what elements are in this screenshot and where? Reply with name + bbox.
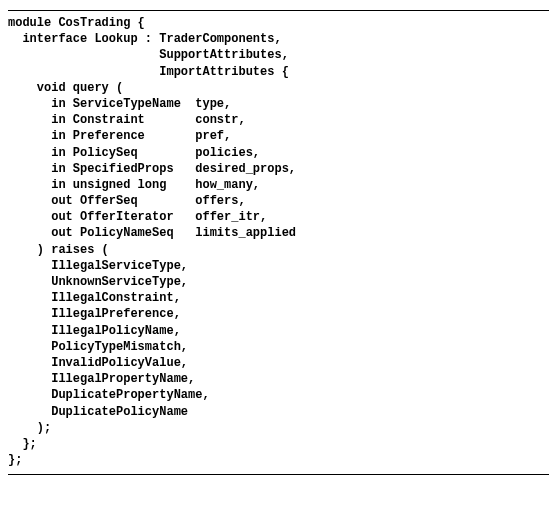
code-line: }; [8, 437, 37, 451]
code-line: IllegalConstraint, [8, 291, 181, 305]
code-listing-page: module CosTrading { interface Lookup : T… [0, 0, 557, 481]
code-line: out OfferSeq offers, [8, 194, 246, 208]
top-rule [8, 10, 549, 11]
code-line: in ServiceTypeName type, [8, 97, 231, 111]
code-line: out PolicyNameSeq limits_applied [8, 226, 296, 240]
code-line: DuplicatePropertyName, [8, 388, 210, 402]
code-line: IllegalServiceType, [8, 259, 188, 273]
idl-code-block: module CosTrading { interface Lookup : T… [8, 15, 549, 468]
code-line: IllegalPolicyName, [8, 324, 181, 338]
code-line: InvalidPolicyValue, [8, 356, 188, 370]
code-line: UnknownServiceType, [8, 275, 188, 289]
code-line: void query ( [8, 81, 123, 95]
code-line: IllegalPreference, [8, 307, 181, 321]
code-line: module CosTrading { [8, 16, 145, 30]
code-line: in Preference pref, [8, 129, 231, 143]
code-line: interface Lookup : TraderComponents, [8, 32, 282, 46]
code-line: in PolicySeq policies, [8, 146, 260, 160]
code-line: SupportAttributes, [8, 48, 289, 62]
code-line: in unsigned long how_many, [8, 178, 260, 192]
code-line: ); [8, 421, 51, 435]
bottom-rule [8, 474, 549, 475]
code-line: DuplicatePolicyName [8, 405, 188, 419]
code-line: ) raises ( [8, 243, 109, 257]
code-line: IllegalPropertyName, [8, 372, 195, 386]
code-line: ImportAttributes { [8, 65, 289, 79]
code-line: out OfferIterator offer_itr, [8, 210, 267, 224]
code-line: }; [8, 453, 22, 467]
code-line: PolicyTypeMismatch, [8, 340, 188, 354]
code-line: in SpecifiedProps desired_props, [8, 162, 296, 176]
code-line: in Constraint constr, [8, 113, 246, 127]
